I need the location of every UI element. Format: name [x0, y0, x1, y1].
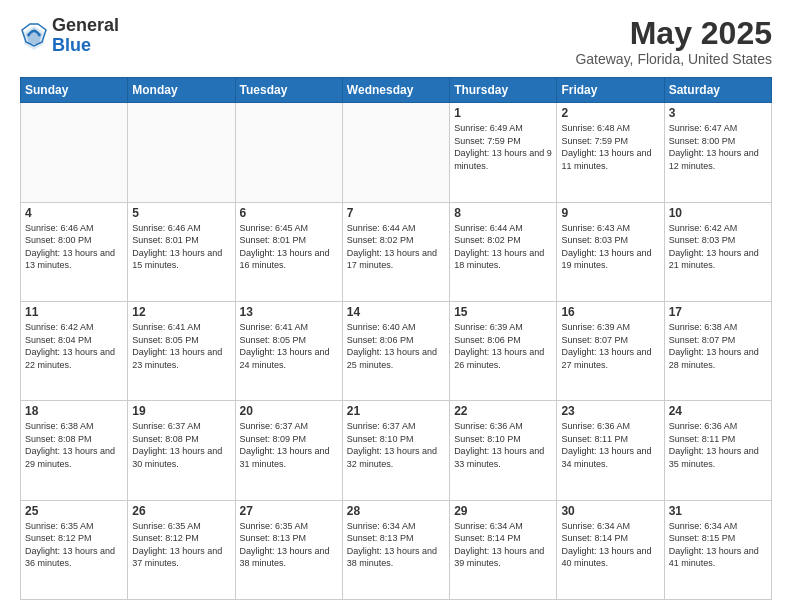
calendar-week-row: 25Sunrise: 6:35 AM Sunset: 8:12 PM Dayli…	[21, 500, 772, 599]
day-info: Sunrise: 6:34 AM Sunset: 8:14 PM Dayligh…	[561, 520, 659, 570]
calendar-day-cell	[21, 103, 128, 202]
day-number: 10	[669, 206, 767, 220]
day-info: Sunrise: 6:42 AM Sunset: 8:03 PM Dayligh…	[669, 222, 767, 272]
day-info: Sunrise: 6:36 AM Sunset: 8:11 PM Dayligh…	[561, 420, 659, 470]
day-number: 15	[454, 305, 552, 319]
day-number: 22	[454, 404, 552, 418]
calendar-header: SundayMondayTuesdayWednesdayThursdayFrid…	[21, 78, 772, 103]
header: General Blue May 2025 Gateway, Florida, …	[20, 16, 772, 67]
day-info: Sunrise: 6:41 AM Sunset: 8:05 PM Dayligh…	[132, 321, 230, 371]
calendar-day-cell: 23Sunrise: 6:36 AM Sunset: 8:11 PM Dayli…	[557, 401, 664, 500]
logo-icon	[20, 22, 48, 50]
day-info: Sunrise: 6:35 AM Sunset: 8:12 PM Dayligh…	[25, 520, 123, 570]
header-row: SundayMondayTuesdayWednesdayThursdayFrid…	[21, 78, 772, 103]
calendar-day-cell: 9Sunrise: 6:43 AM Sunset: 8:03 PM Daylig…	[557, 202, 664, 301]
calendar-day-cell: 11Sunrise: 6:42 AM Sunset: 8:04 PM Dayli…	[21, 301, 128, 400]
calendar-day-cell	[235, 103, 342, 202]
day-number: 5	[132, 206, 230, 220]
calendar-day-cell: 12Sunrise: 6:41 AM Sunset: 8:05 PM Dayli…	[128, 301, 235, 400]
day-info: Sunrise: 6:46 AM Sunset: 8:00 PM Dayligh…	[25, 222, 123, 272]
day-number: 7	[347, 206, 445, 220]
day-info: Sunrise: 6:35 AM Sunset: 8:12 PM Dayligh…	[132, 520, 230, 570]
day-info: Sunrise: 6:40 AM Sunset: 8:06 PM Dayligh…	[347, 321, 445, 371]
day-number: 2	[561, 106, 659, 120]
day-number: 19	[132, 404, 230, 418]
calendar-day-cell: 28Sunrise: 6:34 AM Sunset: 8:13 PM Dayli…	[342, 500, 449, 599]
calendar-week-row: 4Sunrise: 6:46 AM Sunset: 8:00 PM Daylig…	[21, 202, 772, 301]
day-info: Sunrise: 6:39 AM Sunset: 8:06 PM Dayligh…	[454, 321, 552, 371]
calendar-day-cell	[342, 103, 449, 202]
calendar-day-cell: 8Sunrise: 6:44 AM Sunset: 8:02 PM Daylig…	[450, 202, 557, 301]
calendar-day-cell: 22Sunrise: 6:36 AM Sunset: 8:10 PM Dayli…	[450, 401, 557, 500]
calendar-day-cell: 7Sunrise: 6:44 AM Sunset: 8:02 PM Daylig…	[342, 202, 449, 301]
calendar-day-cell: 31Sunrise: 6:34 AM Sunset: 8:15 PM Dayli…	[664, 500, 771, 599]
main-title: May 2025	[575, 16, 772, 51]
day-number: 17	[669, 305, 767, 319]
day-number: 4	[25, 206, 123, 220]
day-info: Sunrise: 6:35 AM Sunset: 8:13 PM Dayligh…	[240, 520, 338, 570]
calendar-day-cell: 3Sunrise: 6:47 AM Sunset: 8:00 PM Daylig…	[664, 103, 771, 202]
day-info: Sunrise: 6:38 AM Sunset: 8:07 PM Dayligh…	[669, 321, 767, 371]
day-info: Sunrise: 6:37 AM Sunset: 8:09 PM Dayligh…	[240, 420, 338, 470]
calendar-day-cell: 26Sunrise: 6:35 AM Sunset: 8:12 PM Dayli…	[128, 500, 235, 599]
logo: General Blue	[20, 16, 119, 56]
calendar-table: SundayMondayTuesdayWednesdayThursdayFrid…	[20, 77, 772, 600]
day-number: 14	[347, 305, 445, 319]
calendar-day-cell: 30Sunrise: 6:34 AM Sunset: 8:14 PM Dayli…	[557, 500, 664, 599]
calendar-day-cell: 16Sunrise: 6:39 AM Sunset: 8:07 PM Dayli…	[557, 301, 664, 400]
day-number: 27	[240, 504, 338, 518]
day-info: Sunrise: 6:46 AM Sunset: 8:01 PM Dayligh…	[132, 222, 230, 272]
logo-general: General	[52, 16, 119, 36]
day-number: 16	[561, 305, 659, 319]
day-info: Sunrise: 6:34 AM Sunset: 8:14 PM Dayligh…	[454, 520, 552, 570]
day-info: Sunrise: 6:39 AM Sunset: 8:07 PM Dayligh…	[561, 321, 659, 371]
calendar-day-cell: 24Sunrise: 6:36 AM Sunset: 8:11 PM Dayli…	[664, 401, 771, 500]
calendar-day-cell: 25Sunrise: 6:35 AM Sunset: 8:12 PM Dayli…	[21, 500, 128, 599]
calendar-day-cell: 1Sunrise: 6:49 AM Sunset: 7:59 PM Daylig…	[450, 103, 557, 202]
day-number: 30	[561, 504, 659, 518]
day-number: 29	[454, 504, 552, 518]
day-info: Sunrise: 6:49 AM Sunset: 7:59 PM Dayligh…	[454, 122, 552, 172]
day-number: 8	[454, 206, 552, 220]
day-number: 21	[347, 404, 445, 418]
logo-blue: Blue	[52, 36, 119, 56]
calendar-week-row: 11Sunrise: 6:42 AM Sunset: 8:04 PM Dayli…	[21, 301, 772, 400]
day-info: Sunrise: 6:48 AM Sunset: 7:59 PM Dayligh…	[561, 122, 659, 172]
day-number: 3	[669, 106, 767, 120]
calendar-day-cell: 20Sunrise: 6:37 AM Sunset: 8:09 PM Dayli…	[235, 401, 342, 500]
calendar-day-cell: 19Sunrise: 6:37 AM Sunset: 8:08 PM Dayli…	[128, 401, 235, 500]
day-info: Sunrise: 6:36 AM Sunset: 8:10 PM Dayligh…	[454, 420, 552, 470]
day-of-week-header: Saturday	[664, 78, 771, 103]
day-number: 20	[240, 404, 338, 418]
calendar-week-row: 18Sunrise: 6:38 AM Sunset: 8:08 PM Dayli…	[21, 401, 772, 500]
calendar-day-cell: 17Sunrise: 6:38 AM Sunset: 8:07 PM Dayli…	[664, 301, 771, 400]
day-number: 11	[25, 305, 123, 319]
day-info: Sunrise: 6:41 AM Sunset: 8:05 PM Dayligh…	[240, 321, 338, 371]
calendar-day-cell: 4Sunrise: 6:46 AM Sunset: 8:00 PM Daylig…	[21, 202, 128, 301]
day-number: 9	[561, 206, 659, 220]
day-info: Sunrise: 6:42 AM Sunset: 8:04 PM Dayligh…	[25, 321, 123, 371]
calendar-day-cell	[128, 103, 235, 202]
day-number: 28	[347, 504, 445, 518]
day-of-week-header: Sunday	[21, 78, 128, 103]
day-of-week-header: Friday	[557, 78, 664, 103]
calendar-day-cell: 18Sunrise: 6:38 AM Sunset: 8:08 PM Dayli…	[21, 401, 128, 500]
day-number: 23	[561, 404, 659, 418]
day-info: Sunrise: 6:34 AM Sunset: 8:13 PM Dayligh…	[347, 520, 445, 570]
calendar-day-cell: 13Sunrise: 6:41 AM Sunset: 8:05 PM Dayli…	[235, 301, 342, 400]
calendar-day-cell: 2Sunrise: 6:48 AM Sunset: 7:59 PM Daylig…	[557, 103, 664, 202]
day-number: 24	[669, 404, 767, 418]
logo-text: General Blue	[52, 16, 119, 56]
calendar-day-cell: 27Sunrise: 6:35 AM Sunset: 8:13 PM Dayli…	[235, 500, 342, 599]
calendar-week-row: 1Sunrise: 6:49 AM Sunset: 7:59 PM Daylig…	[21, 103, 772, 202]
subtitle: Gateway, Florida, United States	[575, 51, 772, 67]
calendar-day-cell: 14Sunrise: 6:40 AM Sunset: 8:06 PM Dayli…	[342, 301, 449, 400]
day-of-week-header: Wednesday	[342, 78, 449, 103]
calendar-body: 1Sunrise: 6:49 AM Sunset: 7:59 PM Daylig…	[21, 103, 772, 600]
day-info: Sunrise: 6:47 AM Sunset: 8:00 PM Dayligh…	[669, 122, 767, 172]
day-info: Sunrise: 6:34 AM Sunset: 8:15 PM Dayligh…	[669, 520, 767, 570]
day-info: Sunrise: 6:44 AM Sunset: 8:02 PM Dayligh…	[347, 222, 445, 272]
day-info: Sunrise: 6:43 AM Sunset: 8:03 PM Dayligh…	[561, 222, 659, 272]
title-block: May 2025 Gateway, Florida, United States	[575, 16, 772, 67]
day-number: 6	[240, 206, 338, 220]
